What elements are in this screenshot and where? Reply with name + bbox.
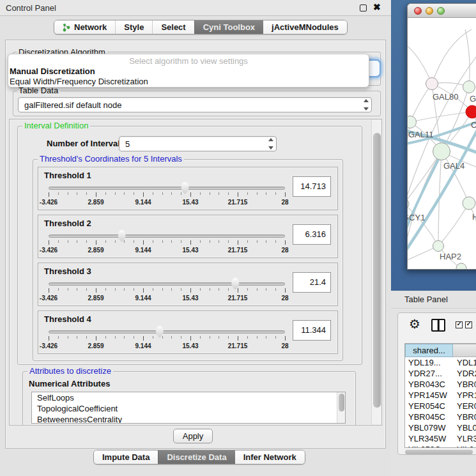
table-row[interactable]: YDR27...YDR2 bbox=[405, 368, 476, 379]
threshold-slider[interactable]: -3.4262.8599.14415.4321.71528 bbox=[49, 231, 285, 257]
node-gal11[interactable] bbox=[408, 116, 417, 128]
table-cell[interactable]: YPR145W bbox=[405, 390, 453, 401]
tab-impute-data[interactable]: Impute Data bbox=[94, 450, 158, 464]
table-cell[interactable]: YBR045C bbox=[405, 411, 453, 422]
table-cell[interactable]: YIL0 bbox=[453, 444, 476, 448]
list-scrollbar[interactable] bbox=[337, 392, 345, 423]
attribute-list-item[interactable]: TopologicalCoefficient bbox=[32, 403, 345, 414]
column-header-shared[interactable]: shared... bbox=[405, 344, 453, 357]
dropdown-option-equal-width[interactable]: Equal Width/Frequency Discretization bbox=[10, 77, 148, 86]
columns-icon[interactable] bbox=[431, 319, 445, 332]
node-hap2[interactable] bbox=[433, 241, 444, 252]
zoom-traffic-light-icon[interactable] bbox=[437, 7, 445, 15]
attribute-list-item[interactable]: SelfLoops bbox=[32, 392, 345, 403]
column-header-name[interactable]: na bbox=[453, 344, 476, 357]
tick-mark bbox=[257, 288, 257, 291]
threshold-panel-4: Threshold 4 -3.4262.8599.14415.4321.7152… bbox=[38, 311, 338, 354]
gear-icon[interactable]: ⚙ bbox=[409, 318, 420, 330]
settings-scrollbar[interactable] bbox=[371, 119, 382, 425]
threshold-value-field[interactable]: 21.4 bbox=[293, 272, 331, 293]
table-cell[interactable]: YER0 bbox=[453, 401, 476, 411]
table-cell[interactable]: YPR1 bbox=[453, 390, 476, 401]
table-cell[interactable]: YDR27... bbox=[405, 368, 453, 379]
threshold-value-field[interactable]: 14.713 bbox=[293, 176, 331, 197]
close-icon[interactable]: ✖ bbox=[373, 2, 381, 12]
attribute-list-item[interactable]: BetweennessCentrality bbox=[32, 414, 345, 424]
tab-infer-network[interactable]: Infer Network bbox=[235, 450, 305, 464]
control-panel-tabs: Network Style Select Cyni Toolbox jActiv… bbox=[54, 20, 348, 35]
tab-label: Network bbox=[74, 22, 107, 32]
tick-mark bbox=[115, 288, 116, 291]
tick-mark bbox=[219, 288, 219, 291]
threshold-slider[interactable]: -3.4262.8599.14415.4321.71528 bbox=[49, 183, 285, 210]
node-attribute-table[interactable]: shared... na YDL19...YDL1YDR27...YDR2YBR… bbox=[404, 343, 476, 448]
network-node-labels: GAL80 GA C GAL11 GAL4 GCY1 H HAP2 bbox=[408, 92, 476, 261]
threshold-value-field[interactable]: 6.316 bbox=[293, 224, 331, 245]
table-cell[interactable]: YBR0 bbox=[453, 411, 476, 422]
network-window-titlebar[interactable] bbox=[408, 4, 476, 18]
table-cell[interactable]: YER054C bbox=[405, 401, 453, 411]
tab-cyni-toolbox[interactable]: Cyni Toolbox bbox=[194, 20, 263, 34]
table-horizontal-scrollbar[interactable] bbox=[405, 450, 473, 454]
node-ga[interactable] bbox=[463, 81, 475, 93]
settings-scrollbar-thumb[interactable] bbox=[373, 133, 381, 408]
table-row[interactable]: YIL053CYIL0 bbox=[405, 444, 476, 448]
tick-mark bbox=[68, 336, 68, 339]
numerical-attributes-list[interactable]: SelfLoopsTopologicalCoefficientBetweenne… bbox=[31, 392, 346, 424]
tab-discretize-data[interactable]: Discretize Data bbox=[158, 450, 234, 464]
tab-select[interactable]: Select bbox=[152, 20, 194, 34]
tick-mark bbox=[77, 336, 77, 339]
numerical-attributes-label: Numerical Attributes bbox=[29, 379, 110, 388]
float-window-icon[interactable] bbox=[360, 4, 367, 12]
tab-label: jActiveMNodules bbox=[272, 22, 339, 32]
number-of-intervals-combobox[interactable]: 5 bbox=[119, 136, 277, 151]
dropdown-option-manual[interactable]: Manual Discretization bbox=[10, 66, 95, 76]
slider-track[interactable] bbox=[49, 330, 285, 334]
node-gal4[interactable] bbox=[433, 143, 450, 160]
tab-network[interactable]: Network bbox=[54, 20, 115, 34]
close-traffic-light-icon[interactable] bbox=[414, 7, 422, 15]
slider-track[interactable] bbox=[49, 234, 285, 238]
slider-ticks bbox=[49, 240, 285, 245]
network-canvas[interactable]: GAL80 GA C GAL11 GAL4 GCY1 H HAP2 bbox=[408, 18, 476, 270]
apply-button[interactable]: Apply bbox=[173, 429, 213, 443]
stepper-arrows-icon bbox=[266, 137, 276, 151]
table-cell[interactable]: YDL19... bbox=[405, 357, 453, 368]
checkbox-icon[interactable] bbox=[456, 321, 463, 328]
table-row[interactable]: YDL19...YDL1 bbox=[405, 357, 476, 368]
table-cell[interactable]: YDR2 bbox=[453, 368, 476, 379]
table-cell[interactable]: YLR345W bbox=[405, 433, 453, 444]
slider-track[interactable] bbox=[49, 282, 285, 286]
checkbox-icon[interactable] bbox=[465, 321, 472, 328]
threshold-slider[interactable]: -3.4262.8599.14415.4321.71528 bbox=[49, 279, 285, 305]
table-data-combobox[interactable]: galFiltered.sif default node bbox=[18, 97, 372, 112]
threshold-value-field[interactable]: 11.344 bbox=[293, 320, 331, 341]
table-cell[interactable]: YIL053C bbox=[405, 444, 453, 448]
table-row[interactable]: YBL079WYBL0 bbox=[405, 422, 476, 433]
list-scrollbar-thumb[interactable] bbox=[339, 394, 344, 411]
node-red-selected[interactable] bbox=[466, 105, 476, 118]
table-cell[interactable]: YDL1 bbox=[453, 357, 476, 368]
table-row[interactable]: YPR145WYPR1 bbox=[405, 390, 476, 401]
tab-style[interactable]: Style bbox=[115, 20, 152, 34]
node-gal80[interactable] bbox=[426, 78, 438, 90]
tab-jactivemnodules[interactable]: jActiveMNodules bbox=[263, 20, 347, 34]
table-row[interactable]: YLR345WYLR3 bbox=[405, 433, 476, 444]
minimize-traffic-light-icon[interactable] bbox=[426, 7, 433, 15]
table-row[interactable]: YBR043CYBR0 bbox=[405, 379, 476, 390]
tick-mark bbox=[275, 240, 276, 243]
table-row[interactable]: YER054CYER0 bbox=[405, 401, 476, 411]
threshold-slider[interactable]: -3.4262.8599.14415.4321.71528 bbox=[49, 326, 285, 353]
table-row[interactable]: YBR045CYBR0 bbox=[405, 411, 476, 422]
node-label: C bbox=[471, 120, 476, 130]
node-h[interactable] bbox=[463, 197, 475, 210]
table-cell[interactable]: YBR0 bbox=[453, 379, 476, 390]
table-cell[interactable]: YBR043C bbox=[405, 379, 453, 390]
table-cell[interactable]: YBL0 bbox=[453, 422, 476, 433]
table-cell[interactable]: YBL079W bbox=[405, 422, 453, 433]
tab-label: Style bbox=[124, 22, 144, 32]
network-window[interactable]: GAL80 GA C GAL11 GAL4 GCY1 H HAP2 bbox=[407, 3, 476, 270]
node-bottom[interactable] bbox=[456, 263, 466, 270]
slider-track[interactable] bbox=[49, 187, 285, 190]
table-cell[interactable]: YLR3 bbox=[453, 433, 476, 444]
